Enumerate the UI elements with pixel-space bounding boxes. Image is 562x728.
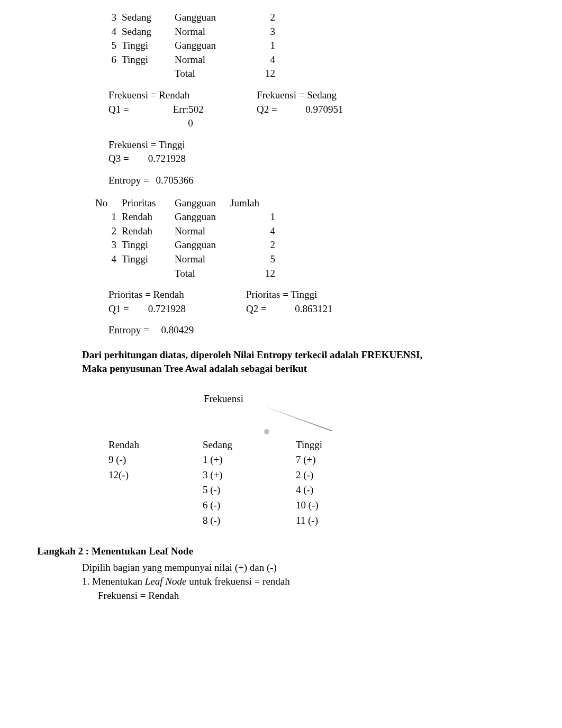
table-row: 4 Sedang Normal 3 [95,25,525,39]
cell-c2: Gangguan [175,238,238,252]
cell-c1: Tinggi [122,53,175,67]
cell-c2: Gangguan [175,39,238,53]
cell-c3: 1 [238,210,275,224]
q1-label: Q1 = [108,103,159,117]
cell-c1: Tinggi [122,238,175,252]
connector-line-icon [267,407,332,431]
branch-item: 4 (-) [296,483,322,497]
table-row: 2 Rendah Normal 4 [95,224,525,239]
header-no: No [95,196,122,211]
total-label: Total [175,267,238,281]
cell-c3: 2 [238,238,275,252]
table-total-row: Total 12 [95,67,525,81]
cell-c3: 5 [238,252,275,267]
cell-c1: Sedang [122,11,175,25]
freq-rendah-label: Frekuensi = Rendah [108,88,257,103]
q3-label: Q3 = [108,152,146,166]
pq1-val: 0.721928 [148,303,186,314]
cell-c2: Gangguan [175,11,238,25]
q2-val: 0.970951 [279,103,343,117]
cell-no: 3 [95,11,122,25]
pri-rendah-label: Prioritas = Rendah [108,288,257,302]
q1-val1: Err:502 [161,103,204,117]
branch-item: 1 (+) [203,453,232,467]
q3-val: 0.721928 [148,153,186,164]
total-value: 12 [238,67,275,81]
entropy-val2: 0.80429 [161,324,194,335]
cell-no: 5 [95,39,122,53]
entropy-label: Entropy = [108,175,149,186]
cell-c3: 4 [238,53,275,67]
total-value: 12 [238,267,275,281]
header-c3: Jumlah [230,196,267,211]
cell-c1: Sedang [122,25,175,39]
cell-c2: Normal [175,224,238,239]
step2-line2: 1. Menentukan Leaf Node untuk frekuensi … [82,575,525,589]
step2-line1: Dipilih bagian yang mempunyai nilai (+) … [82,561,525,575]
table-prioritas: No Prioritas Gangguan Jumlah 1 Rendah Ga… [95,196,525,281]
branch-item: 8 (-) [203,514,232,528]
connector-dot-icon [264,429,269,434]
prioritas-calc-block: Prioritas = Rendah Q1 = 0.721928 Priorit… [108,288,525,338]
frekuensi-calc-block: Frekuensi = Rendah Q1 = Err:502 0 Frekue… [108,88,525,188]
step2-title: Langkah 2 : Menentukan Leaf Node [37,544,525,559]
tree-connector [267,407,336,433]
step2-line3: Frekuensi = Rendah [98,589,525,603]
branch-item: 10 (-) [296,498,322,513]
table-total-row: Total 12 [95,267,525,281]
table-header: No Prioritas Gangguan Jumlah [95,196,525,211]
cell-no: 3 [95,238,122,252]
pri-tinggi-label: Prioritas = Tinggi [246,288,394,302]
pq2-label: Q2 = [246,303,267,314]
table-row: 5 Tinggi Gangguan 1 [95,39,525,53]
branch-name: Rendah [108,438,139,452]
branch-item: 11 (-) [296,514,322,528]
pq2-val: 0.863121 [269,302,332,316]
cell-no: 4 [95,25,122,39]
cell-c2: Gangguan [175,210,238,224]
branch-item: 7 (+) [296,453,322,467]
q1-val2: 0 [161,116,193,131]
cell-c3: 3 [238,25,275,39]
branch-item: 2 (-) [296,468,322,483]
cell-c3: 1 [238,39,275,53]
cell-c3: 4 [238,224,275,239]
cell-no: 1 [95,210,122,224]
branch-item: 3 (+) [203,468,232,483]
branch-name: Tinggi [296,438,322,452]
branch-name: Sedang [203,438,232,452]
cell-no: 4 [95,252,122,267]
cell-c1: Rendah [122,224,175,239]
tree-root: Frekuensi [204,392,525,406]
cell-no: 6 [95,53,122,67]
branch-item: 9 (-) [108,453,139,467]
header-c1: Prioritas [122,196,175,211]
table-row: 4 Tinggi Normal 5 [95,252,525,267]
branch-tinggi: Tinggi 7 (+) 2 (-) 4 (-) 10 (-) 11 (-) [296,438,322,529]
table-row: 3 Tinggi Gangguan 2 [95,238,525,252]
tree-diagram: Frekuensi Rendah 9 (-) 12(-) Sedang 1 (+… [108,392,525,529]
cell-c1: Tinggi [122,39,175,53]
branch-item: 12(-) [108,468,139,483]
cell-c1: Tinggi [122,252,175,267]
branch-item: 5 (-) [203,483,232,497]
entropy-label2: Entropy = [108,324,149,335]
conclusion-text: Dari perhitungan diatas, diperoleh Nilai… [82,348,525,376]
table-frekuensi-partial: 3 Sedang Gangguan 2 4 Sedang Normal 3 5 … [95,11,525,81]
table-row: 6 Tinggi Normal 4 [95,53,525,67]
table-row: 3 Sedang Gangguan 2 [95,11,525,25]
header-c2: Gangguan [175,196,230,211]
branch-sedang: Sedang 1 (+) 3 (+) 5 (-) 6 (-) 8 (-) [203,438,232,529]
table-row: 1 Rendah Gangguan 1 [95,210,525,224]
branch-item: 6 (-) [203,498,232,513]
total-label: Total [175,67,238,81]
cell-c2: Normal [175,252,238,267]
cell-c3: 2 [238,11,275,25]
pq1-label: Q1 = [108,302,146,316]
cell-c1: Rendah [122,210,175,224]
q2-label: Q2 = [257,104,277,115]
freq-tinggi-label: Frekuensi = Tinggi [108,138,525,152]
branch-rendah: Rendah 9 (-) 12(-) [108,438,139,529]
cell-c2: Normal [175,25,238,39]
entropy-val: 0.705366 [156,175,193,186]
